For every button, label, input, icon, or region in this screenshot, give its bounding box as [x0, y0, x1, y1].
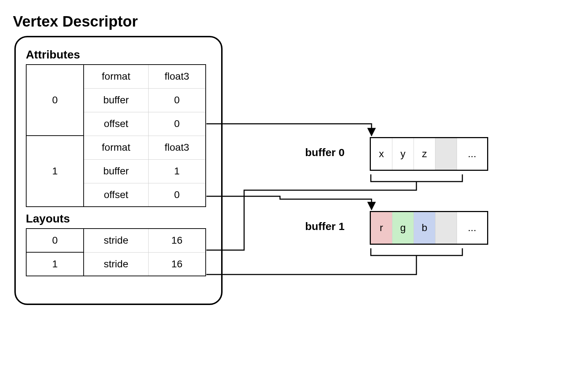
- attr-key-cell: buffer: [84, 159, 148, 183]
- layouts-table: 0 stride 16 1 stride 16: [26, 228, 206, 276]
- buffer-cell: b: [414, 212, 435, 244]
- attributes-table: 0 format float3 buffer 0 offset 0 1 form…: [26, 64, 206, 207]
- attr-key-cell: offset: [84, 112, 148, 136]
- buffer-cell: y: [392, 138, 414, 170]
- attr-val-cell: float3: [148, 65, 206, 88]
- attr-key-cell: format: [84, 136, 148, 159]
- stride-bracket-buffer0: [371, 174, 462, 182]
- layout-index-cell: 1: [26, 252, 84, 276]
- layout-val-cell: 16: [148, 252, 206, 276]
- arrow-layout1-to-buffer1-stride: [206, 259, 416, 274]
- layout-val-cell: 16: [148, 229, 206, 252]
- buffer-0-label: buffer 0: [305, 146, 345, 159]
- attr-val-cell: 0: [148, 88, 206, 112]
- buffer-cell: g: [392, 212, 414, 244]
- attr-key-cell: format: [84, 65, 148, 88]
- table-row: 1 format float3: [26, 136, 206, 159]
- attr-key-cell: buffer: [84, 88, 148, 112]
- buffer-cell: x: [371, 138, 392, 170]
- buffer-pad-cell: [435, 138, 457, 170]
- attributes-heading: Attributes: [26, 48, 213, 61]
- attr-val-cell: 0: [148, 112, 206, 136]
- buffer-pad-cell: [435, 212, 457, 244]
- table-row: 0 format float3: [26, 65, 206, 88]
- table-row: 1 stride 16: [26, 252, 206, 276]
- diagram-title: Vertex Descriptor: [13, 13, 138, 30]
- arrow-attr0-to-buffer0: [206, 124, 372, 136]
- vertex-descriptor-box: Attributes 0 format float3 buffer 0 offs…: [14, 36, 223, 305]
- layout-index-cell: 0: [26, 229, 84, 252]
- buffer-ellipsis: ...: [457, 138, 487, 170]
- arrow-attr1-to-buffer1: [206, 196, 372, 210]
- buffer-1-label: buffer 1: [305, 220, 345, 233]
- stride-bracket-buffer1: [371, 248, 462, 255]
- buffer-cell: r: [371, 212, 392, 244]
- attr-index-cell: 1: [26, 136, 84, 207]
- buffer-0-box: x y z ...: [370, 137, 488, 171]
- layout-key-cell: stride: [84, 229, 148, 252]
- layout-key-cell: stride: [84, 252, 148, 276]
- layouts-heading: Layouts: [26, 212, 213, 225]
- attr-val-cell: 0: [148, 183, 206, 207]
- attr-index-cell: 0: [26, 65, 84, 136]
- buffer-cell: z: [414, 138, 435, 170]
- diagram-canvas: Vertex Descriptor Attributes 0 format fl…: [0, 0, 588, 366]
- attr-key-cell: offset: [84, 183, 148, 207]
- buffer-1-box: r g b ...: [370, 211, 488, 245]
- buffer-ellipsis: ...: [457, 212, 487, 244]
- table-row: 0 stride 16: [26, 229, 206, 252]
- attr-val-cell: 1: [148, 159, 206, 183]
- attr-val-cell: float3: [148, 136, 206, 159]
